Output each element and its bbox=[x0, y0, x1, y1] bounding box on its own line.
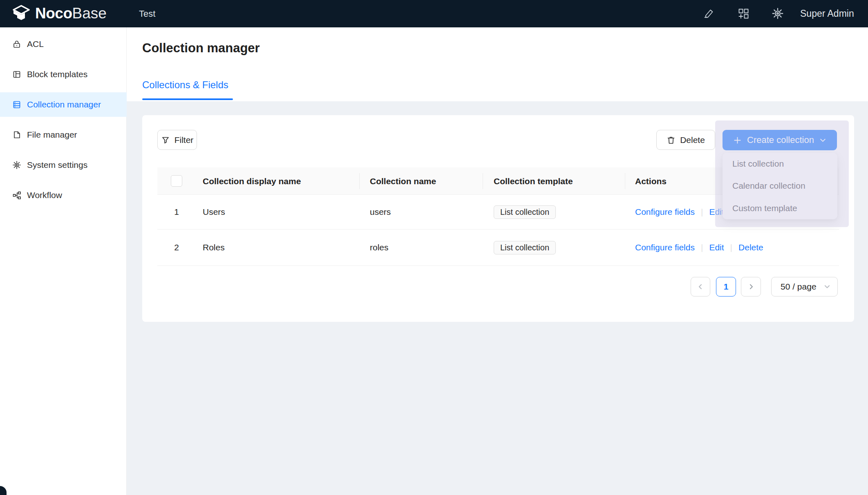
app-header: NocoBase Test Super Admin bbox=[0, 0, 868, 27]
cell-collection-name: users bbox=[370, 195, 391, 229]
table-row: 2 Roles roles List collection Configure … bbox=[157, 230, 839, 266]
trash-icon bbox=[667, 136, 676, 145]
sidebar: ACL Block templates Collection manager F… bbox=[0, 27, 127, 495]
delete-link[interactable]: Delete bbox=[738, 243, 763, 252]
cell-collection-template: List collection bbox=[494, 230, 556, 265]
row-index: 1 bbox=[171, 195, 182, 229]
sidebar-item-label: Block templates bbox=[27, 62, 87, 87]
brand-light: Base bbox=[72, 5, 107, 22]
sidebar-item-label: File manager bbox=[27, 123, 77, 147]
highlight-icon[interactable] bbox=[703, 7, 715, 20]
filter-icon bbox=[161, 136, 170, 145]
cell-collection-name: roles bbox=[370, 230, 389, 265]
collections-card: Filter Delete Create collection List col… bbox=[142, 115, 854, 322]
tab-active-indicator bbox=[142, 98, 233, 100]
cell-actions: Configure fields | Edit | Delete bbox=[635, 230, 763, 265]
column-header-template: Collection template bbox=[494, 167, 573, 195]
chevron-left-icon bbox=[697, 283, 704, 290]
create-collection-button[interactable]: Create collection bbox=[723, 130, 837, 150]
gear-icon bbox=[12, 161, 21, 169]
appstore-add-icon[interactable] bbox=[737, 7, 749, 20]
configure-fields-link[interactable]: Configure fields bbox=[635, 207, 695, 217]
action-divider: | bbox=[701, 207, 703, 217]
edit-link[interactable]: Edit bbox=[709, 243, 724, 252]
sidebar-item-label: Workflow bbox=[27, 183, 62, 207]
select-all-checkbox[interactable] bbox=[171, 175, 182, 187]
cell-display-name: Roles bbox=[203, 230, 225, 265]
menu-item-list-collection[interactable]: List collection bbox=[723, 153, 837, 175]
template-tag: List collection bbox=[494, 241, 556, 254]
sidebar-item-system-settings[interactable]: System settings bbox=[0, 153, 127, 177]
cell-display-name: Users bbox=[203, 195, 225, 229]
template-tag: List collection bbox=[494, 205, 556, 219]
chevron-down-icon bbox=[824, 283, 830, 290]
chevron-down-icon bbox=[819, 137, 826, 144]
create-collection-menu: List collection Calendar collection Cust… bbox=[723, 153, 837, 219]
create-collection-label: Create collection bbox=[747, 135, 814, 145]
sidebar-item-block-templates[interactable]: Block templates bbox=[0, 62, 127, 87]
sidebar-item-workflow[interactable]: Workflow bbox=[0, 183, 127, 207]
database-icon bbox=[12, 100, 21, 109]
nocobase-logo-icon bbox=[12, 4, 30, 22]
settings-icon[interactable] bbox=[772, 7, 784, 20]
file-icon bbox=[12, 130, 21, 139]
user-menu[interactable]: Super Admin bbox=[800, 0, 854, 27]
brand-name: NocoBase bbox=[35, 0, 107, 27]
sidebar-item-label: Collection manager bbox=[27, 92, 101, 117]
page-size-select[interactable]: 50 / page bbox=[771, 277, 838, 297]
lock-icon bbox=[12, 40, 21, 49]
page-title: Collection manager bbox=[142, 41, 260, 56]
header-nav-item-test[interactable]: Test bbox=[139, 0, 155, 27]
edit-link[interactable]: Edit bbox=[709, 207, 724, 217]
pagination-prev-button[interactable] bbox=[691, 277, 710, 297]
row-index: 2 bbox=[171, 230, 182, 265]
page-header-area bbox=[127, 27, 868, 101]
layout-icon bbox=[12, 70, 21, 79]
pagination-next-button[interactable] bbox=[741, 277, 761, 297]
column-header-actions: Actions bbox=[635, 167, 667, 195]
sidebar-item-acl[interactable]: ACL bbox=[0, 32, 127, 56]
menu-item-calendar-collection[interactable]: Calendar collection bbox=[723, 175, 837, 197]
cell-collection-template: List collection bbox=[494, 195, 556, 229]
sidebar-item-label: ACL bbox=[27, 32, 44, 56]
column-header-name: Collection name bbox=[370, 167, 436, 195]
column-header-display-name: Collection display name bbox=[203, 167, 301, 195]
sidebar-item-label: System settings bbox=[27, 153, 87, 177]
delete-label: Delete bbox=[680, 135, 705, 145]
column-separator bbox=[359, 173, 360, 189]
sidebar-item-collection-manager[interactable]: Collection manager bbox=[0, 92, 127, 117]
configure-fields-link[interactable]: Configure fields bbox=[635, 243, 695, 252]
column-separator bbox=[625, 173, 625, 189]
filter-label: Filter bbox=[174, 135, 194, 145]
page-size-value: 50 / page bbox=[781, 282, 817, 292]
column-separator bbox=[483, 173, 483, 189]
brand-bold: Noco bbox=[35, 5, 72, 22]
menu-item-custom-template[interactable]: Custom template bbox=[723, 197, 837, 219]
action-divider: | bbox=[730, 243, 732, 252]
partition-icon bbox=[12, 191, 21, 200]
filter-button[interactable]: Filter bbox=[157, 130, 197, 150]
delete-button[interactable]: Delete bbox=[656, 130, 715, 150]
action-divider: | bbox=[701, 243, 703, 252]
pagination-page-1[interactable]: 1 bbox=[716, 277, 736, 297]
tab-collections-fields[interactable]: Collections & Fields bbox=[142, 79, 228, 91]
sidebar-item-file-manager[interactable]: File manager bbox=[0, 123, 127, 147]
plus-icon bbox=[733, 136, 742, 145]
chevron-right-icon bbox=[748, 283, 754, 290]
